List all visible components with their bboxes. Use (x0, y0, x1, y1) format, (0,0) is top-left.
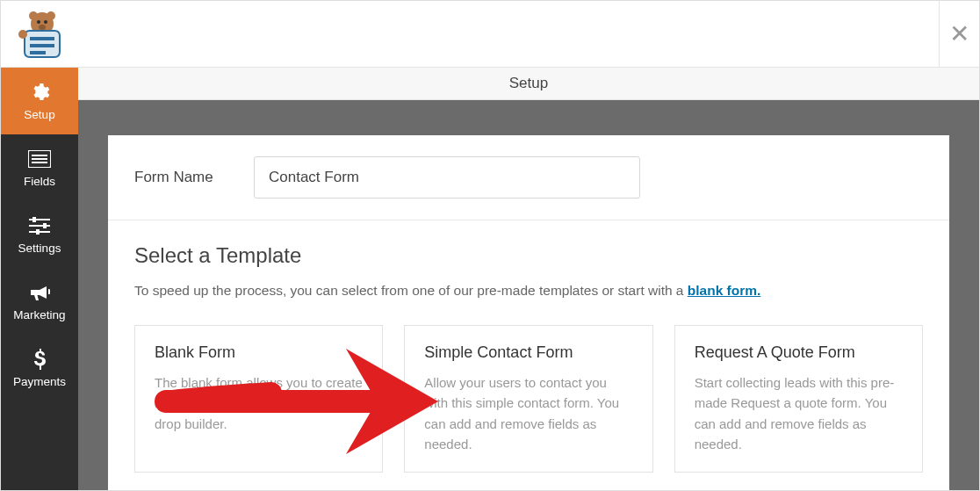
form-name-label: Form Name (134, 169, 219, 186)
sidebar-item-fields[interactable]: Fields (1, 134, 78, 201)
svg-point-9 (18, 30, 27, 39)
select-template-subtext: To speed up the process, you can select … (134, 280, 923, 300)
template-card-simple-contact-form[interactable]: Simple Contact Form Allow your users to … (404, 325, 652, 473)
sidebar-item-label: Setup (24, 108, 54, 121)
subtext-prefix: To speed up the process, you can select … (134, 283, 688, 298)
page-title-bar: Setup (78, 68, 979, 100)
svg-rect-12 (32, 158, 47, 160)
sidebar-item-payments[interactable]: Payments (1, 335, 78, 401)
svg-rect-17 (32, 217, 36, 222)
svg-point-1 (29, 11, 38, 20)
template-card-description: Start collecting leads with this pre-mad… (695, 372, 903, 454)
blank-form-link[interactable]: blank form. (688, 283, 761, 298)
svg-rect-8 (30, 51, 46, 54)
sidebar-item-marketing[interactable]: Marketing (1, 268, 78, 335)
setup-panel: Form Name Select a Template To speed up … (108, 135, 949, 490)
svg-rect-6 (30, 37, 54, 40)
template-card-request-a-quote[interactable]: Request A Quote Form Start collecting le… (674, 325, 923, 473)
svg-rect-11 (32, 155, 47, 156)
sidebar-item-settings[interactable]: Settings (1, 201, 78, 268)
svg-point-5 (39, 25, 46, 30)
sidebar-item-label: Payments (13, 375, 66, 388)
template-card-blank-form[interactable]: Blank Form The blank form allows you to … (134, 325, 383, 473)
sidebar-item-label: Settings (18, 242, 61, 255)
svg-point-2 (47, 11, 55, 20)
list-icon (28, 148, 51, 170)
sidebar-item-setup[interactable]: Setup (1, 68, 78, 134)
template-card-description: Allow your users to contact you with thi… (424, 372, 632, 454)
form-name-input[interactable] (254, 156, 640, 199)
page-title: Setup (509, 75, 548, 92)
template-card-title: Blank Form (155, 343, 363, 362)
dollar-icon (32, 349, 47, 370)
sidebar-item-label: Marketing (13, 308, 65, 321)
svg-rect-18 (43, 223, 47, 228)
bullhorn-icon (29, 282, 50, 303)
template-card-title: Simple Contact Form (424, 343, 632, 362)
close-button[interactable]: ✕ (939, 1, 979, 67)
svg-point-4 (44, 20, 47, 24)
svg-point-3 (37, 20, 40, 24)
select-template-heading: Select a Template (134, 243, 923, 268)
sidebar: Setup Fields Settings Marketing (1, 68, 78, 490)
template-card-description: The blank form allows you to create any … (155, 372, 363, 434)
template-card-title: Request A Quote Form (695, 343, 903, 362)
gear-icon (29, 82, 50, 103)
svg-rect-7 (30, 44, 54, 47)
close-icon: ✕ (949, 19, 969, 48)
sliders-icon (29, 215, 50, 236)
sidebar-item-label: Fields (24, 175, 55, 188)
brand-logo (1, 1, 78, 67)
svg-rect-13 (32, 162, 47, 163)
svg-rect-19 (36, 229, 40, 235)
svg-rect-15 (29, 225, 50, 227)
svg-rect-14 (29, 219, 50, 220)
